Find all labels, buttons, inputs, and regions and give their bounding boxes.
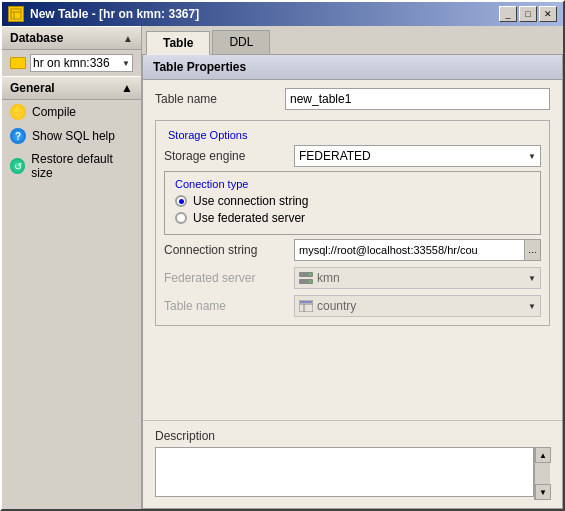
federated-table-name-row: Table name country: [164, 295, 541, 317]
federated-server-row: Federated server kmn: [164, 267, 541, 289]
description-label: Description: [155, 429, 550, 443]
svg-point-5: [309, 274, 311, 276]
title-buttons: _ □ ✕: [499, 6, 557, 22]
federated-table-select: country ▼: [294, 295, 541, 317]
server-icon: [299, 272, 313, 284]
database-icon: [10, 57, 26, 69]
svg-point-6: [309, 281, 311, 283]
window-title: New Table - [hr on kmn: 3367]: [30, 7, 199, 21]
title-bar-left: New Table - [hr on kmn: 3367]: [8, 6, 199, 22]
close-button[interactable]: ✕: [539, 6, 557, 22]
connection-string-browse-button[interactable]: …: [525, 239, 541, 261]
connection-string-input-wrapper: …: [294, 239, 541, 261]
maximize-button[interactable]: □: [519, 6, 537, 22]
connection-string-row: Connection string …: [164, 239, 541, 261]
radio-connection-string-row: Use connection string: [175, 194, 530, 208]
table-name-label: Table name: [155, 92, 275, 106]
connection-string-label: Connection string: [164, 243, 284, 257]
radio-federated-server-label: Use federated server: [193, 211, 305, 225]
description-scrollbar: ▲ ▼: [534, 447, 550, 500]
storage-engine-select[interactable]: FEDERATED ▼: [294, 145, 541, 167]
svg-rect-10: [300, 301, 312, 303]
main-content: Database ▲ hr on kmn:336 ▼ General ▲ ⚡ C…: [2, 26, 563, 509]
federated-server-label: Federated server: [164, 271, 284, 285]
radio-use-connection-string[interactable]: [175, 195, 187, 207]
sidebar-general-header: General ▲: [2, 76, 141, 100]
federated-table-label: Table name: [164, 299, 284, 313]
federated-server-value: kmn: [317, 271, 340, 285]
tab-table[interactable]: Table: [146, 31, 210, 55]
description-section: Description ▲ ▼: [143, 420, 562, 508]
window-icon: [8, 6, 24, 22]
storage-engine-dropdown-arrow: ▼: [528, 152, 536, 161]
storage-engine-value: FEDERATED: [299, 149, 371, 163]
sidebar-item-compile[interactable]: ⚡ Compile: [2, 100, 141, 124]
table-small-icon: [299, 300, 313, 312]
lightning-icon: ⚡: [10, 104, 26, 120]
tab-table-content: Table Properties Table name Storage Opti…: [142, 54, 563, 509]
svg-rect-0: [11, 9, 21, 19]
description-textarea-wrapper: ▲ ▼: [155, 447, 550, 500]
storage-options-group: Storage Options Storage engine FEDERATED…: [155, 120, 550, 326]
tab-ddl[interactable]: DDL: [212, 30, 270, 54]
minimize-button[interactable]: _: [499, 6, 517, 22]
radio-connection-string-label: Use connection string: [193, 194, 308, 208]
database-dropdown[interactable]: hr on kmn:336 ▼: [30, 54, 133, 72]
title-bar: New Table - [hr on kmn: 3367] _ □ ✕: [2, 2, 563, 26]
compile-label: Compile: [32, 105, 76, 119]
table-name-row: Table name: [155, 88, 550, 110]
federated-table-dropdown-arrow: ▼: [528, 302, 536, 311]
connection-string-input[interactable]: [294, 239, 525, 261]
sidebar-item-show-sql-help[interactable]: ? Show SQL help: [2, 124, 141, 148]
database-value: hr on kmn:336: [33, 56, 110, 70]
sidebar-database-label: Database: [10, 31, 63, 45]
federated-server-dropdown-arrow: ▼: [528, 274, 536, 283]
sidebar-item-restore-default[interactable]: ↺ Restore default size: [2, 148, 141, 184]
panel-header: Table Properties: [143, 55, 562, 80]
description-textarea[interactable]: [155, 447, 534, 497]
sidebar-database-header: Database ▲: [2, 26, 141, 50]
main-window: New Table - [hr on kmn: 3367] _ □ ✕ Data…: [0, 0, 565, 511]
scroll-down-button[interactable]: ▼: [535, 484, 551, 500]
tab-bar: Table DDL: [142, 26, 563, 54]
refresh-icon: ↺: [10, 158, 25, 174]
restore-default-label: Restore default size: [31, 152, 133, 180]
storage-options-legend: Storage Options: [164, 129, 541, 141]
federated-server-select: kmn ▼: [294, 267, 541, 289]
storage-engine-row: Storage engine FEDERATED ▼: [164, 145, 541, 167]
question-icon: ?: [10, 128, 26, 144]
table-name-input[interactable]: [285, 88, 550, 110]
connection-type-legend: Conection type: [175, 178, 530, 190]
storage-engine-label: Storage engine: [164, 149, 284, 163]
collapse-database-icon[interactable]: ▲: [123, 33, 133, 44]
sidebar: Database ▲ hr on kmn:336 ▼ General ▲ ⚡ C…: [2, 26, 142, 509]
sidebar-general-label: General: [10, 81, 55, 95]
collapse-general-icon[interactable]: ▲: [121, 81, 133, 95]
sidebar-db-item: hr on kmn:336 ▼: [2, 50, 141, 76]
radio-use-federated-server[interactable]: [175, 212, 187, 224]
scroll-up-button[interactable]: ▲: [535, 447, 551, 463]
radio-federated-server-row: Use federated server: [175, 211, 530, 225]
dropdown-arrow-icon: ▼: [122, 59, 130, 68]
connection-type-group: Conection type Use connection string Use…: [164, 171, 541, 235]
form-body: Table name Storage Options Storage engin…: [143, 80, 562, 420]
federated-table-value: country: [317, 299, 356, 313]
content-area: Table DDL Table Properties Table name: [142, 26, 563, 509]
show-sql-help-label: Show SQL help: [32, 129, 115, 143]
